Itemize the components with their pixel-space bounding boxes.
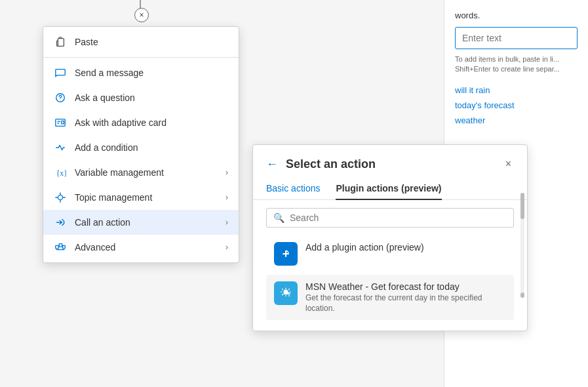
svg-rect-14 bbox=[63, 245, 66, 249]
variable-chevron-icon: › bbox=[225, 168, 228, 177]
scrollbar-bottom bbox=[520, 293, 524, 298]
question-icon bbox=[54, 91, 67, 104]
panel-search: 🔍 bbox=[253, 200, 527, 235]
svg-rect-12 bbox=[56, 245, 59, 249]
tab-plugin-actions[interactable]: Plugin actions (preview) bbox=[336, 178, 441, 200]
search-icon: 🔍 bbox=[273, 213, 284, 223]
ask-question-label: Ask a question bbox=[75, 92, 228, 103]
search-input[interactable] bbox=[290, 213, 507, 223]
condition-icon bbox=[54, 141, 67, 154]
msn-weather-title: MSN Weather - Get forecast for today bbox=[305, 281, 506, 292]
menu-item-add-condition[interactable]: Add a condition bbox=[43, 135, 239, 160]
scrollbar-thumb[interactable] bbox=[520, 193, 524, 219]
enter-text-input[interactable] bbox=[455, 27, 578, 49]
call-action-label: Call an action bbox=[75, 217, 225, 228]
action-item-msn-weather[interactable]: MSN Weather - Get forecast for today Get… bbox=[266, 275, 514, 320]
add-plugin-text: Add a plugin action (preview) bbox=[305, 242, 424, 253]
menu-item-topic-management[interactable]: Topic management › bbox=[43, 185, 239, 210]
scrollbar-track bbox=[520, 193, 524, 298]
message-icon bbox=[54, 66, 67, 79]
call-action-chevron-icon: › bbox=[225, 218, 228, 227]
variable-icon: {x} bbox=[54, 166, 67, 179]
paste-icon bbox=[54, 35, 67, 49]
tab-basic-actions[interactable]: Basic actions bbox=[266, 178, 320, 200]
add-plugin-title: Add a plugin action (preview) bbox=[305, 242, 424, 253]
topic-management-label: Topic management bbox=[75, 192, 225, 203]
topic-icon bbox=[54, 191, 67, 204]
search-input-wrap[interactable]: 🔍 bbox=[266, 208, 514, 228]
menu-item-ask-adaptive[interactable]: Ask with adaptive card bbox=[43, 110, 239, 135]
svg-text:{x}: {x} bbox=[56, 169, 66, 178]
card-icon bbox=[54, 116, 67, 129]
tag-weather: weather bbox=[455, 115, 578, 125]
menu-item-send-message[interactable]: Send a message bbox=[43, 60, 239, 85]
menu-item-paste[interactable]: Paste bbox=[43, 30, 239, 54]
context-menu: Paste Send a message Ask a question bbox=[43, 26, 239, 263]
menu-item-variable-management[interactable]: {x} Variable management › bbox=[43, 160, 239, 185]
hint-text: To add items in bulk, paste in li... Shi… bbox=[455, 54, 578, 75]
panel-header: ← Select an action × bbox=[253, 145, 527, 178]
panel-tabs: Basic actions Plugin actions (preview) bbox=[253, 178, 527, 200]
words-label: words. bbox=[455, 10, 578, 20]
tag-will-it-rain: will it rain bbox=[455, 85, 578, 95]
msn-weather-desc: Get the forecast for the current day in … bbox=[305, 293, 506, 314]
msn-weather-text: MSN Weather - Get forecast for today Get… bbox=[305, 281, 506, 314]
panel-close-button[interactable]: × bbox=[503, 155, 514, 173]
svg-rect-0 bbox=[58, 39, 64, 47]
svg-point-5 bbox=[60, 100, 61, 101]
advanced-chevron-icon: › bbox=[225, 243, 228, 252]
menu-item-ask-question[interactable]: Ask a question bbox=[43, 85, 239, 110]
paste-label: Paste bbox=[75, 37, 228, 47]
svg-rect-13 bbox=[59, 244, 62, 247]
action-list: Add a plugin action (preview) MSN Weathe… bbox=[253, 235, 527, 331]
ask-adaptive-label: Ask with adaptive card bbox=[75, 117, 228, 128]
panel-title: Select an action bbox=[286, 157, 503, 171]
add-plugin-icon-box bbox=[274, 242, 298, 266]
topic-chevron-icon: › bbox=[225, 193, 228, 202]
panel-back-button[interactable]: ← bbox=[266, 157, 278, 171]
action-item-add-plugin[interactable]: Add a plugin action (preview) bbox=[266, 235, 514, 272]
advanced-label: Advanced bbox=[75, 242, 225, 253]
svg-rect-9 bbox=[62, 121, 64, 124]
variable-management-label: Variable management bbox=[75, 167, 225, 178]
tag-todays-forecast: today's forecast bbox=[455, 100, 578, 110]
menu-item-call-action[interactable]: Call an action › bbox=[43, 210, 239, 235]
select-action-panel: ← Select an action × Basic actions Plugi… bbox=[252, 144, 528, 331]
svg-point-11 bbox=[58, 195, 62, 199]
weather-icon-box bbox=[274, 281, 298, 305]
send-message-label: Send a message bbox=[75, 68, 228, 78]
advanced-icon bbox=[54, 241, 67, 254]
close-circle-button[interactable]: × bbox=[134, 8, 149, 22]
menu-divider-1 bbox=[43, 57, 239, 58]
add-condition-label: Add a condition bbox=[75, 142, 228, 153]
action-icon bbox=[54, 216, 67, 229]
menu-item-advanced[interactable]: Advanced › bbox=[43, 235, 239, 260]
